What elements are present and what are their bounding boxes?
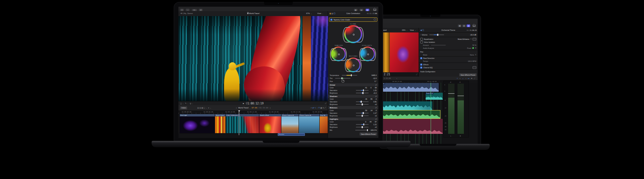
- birds-fx-clip[interactable]: Birds FX 02: [426, 93, 443, 100]
- beat-detection-checkbox[interactable]: ✓: [420, 57, 422, 59]
- reset-icon[interactable]: ↺: [375, 118, 377, 120]
- clip-first-light[interactable]: First Light: [179, 114, 215, 133]
- clip-day-1a[interactable]: Day 1A: [319, 114, 329, 133]
- browser-view-button[interactable]: ▦: [458, 24, 462, 27]
- timeline-project-select[interactable]: World Travel ⌄: [238, 107, 251, 109]
- timeline-right-icons[interactable]: ⊸⇄∿∩⊓▣⧉⤢: [310, 107, 326, 109]
- clip-iphone-capture-a-2[interactable]: iPhone Capture A: [299, 114, 320, 133]
- hue-knob[interactable]: [341, 80, 344, 83]
- shadows-color-row[interactable]: Color ↕36↕55↕0: [328, 98, 378, 100]
- meter-label-r: R: [460, 135, 461, 137]
- clip-warm-colors[interactable]: Warm Colors: [215, 114, 226, 133]
- tint-row[interactable]: Tint -12.0: [328, 77, 378, 80]
- back-view-select[interactable]: View ⌄: [410, 29, 416, 31]
- list-view-button[interactable]: ▤: [462, 24, 466, 27]
- save-effects-preset-button[interactable]: Save Effects Preset: [459, 73, 477, 76]
- reset-icon[interactable]: ↺: [375, 84, 377, 86]
- tint-slider[interactable]: [335, 78, 351, 79]
- shadows-section-header[interactable]: Shadows↺: [328, 95, 378, 98]
- channel-eq-curve-icon[interactable]: [473, 66, 476, 69]
- video-viewer: [178, 16, 328, 101]
- volume-slider[interactable]: [429, 34, 444, 35]
- play-icon[interactable]: ▶: [243, 102, 244, 104]
- narration-connected-clip[interactable]: Narration: [278, 133, 305, 136]
- viewer-view-select[interactable]: View ⌄: [317, 12, 323, 14]
- reset-icon[interactable]: ↺: [375, 107, 377, 109]
- voice-isolation-row[interactable]: Voice Isolation: [419, 40, 478, 43]
- midtones-color-wheel[interactable]: [346, 58, 361, 72]
- effects-checkbox[interactable]: ✓: [420, 64, 422, 66]
- mode-row[interactable]: Mode None⇕: [419, 53, 478, 56]
- save-effects-preset-button[interactable]: Save Effects Preset: [360, 132, 377, 136]
- equalization-row[interactable]: Equalization Music Enhance⇕: [419, 37, 478, 40]
- waveform: [383, 113, 440, 118]
- share-button[interactable]: [373, 8, 377, 11]
- volume-row[interactable]: ♪ Volume -16.0 dB: [419, 33, 478, 36]
- midtones-color-row[interactable]: Color ↕50↕14↕0: [328, 109, 378, 112]
- highlights-section-header[interactable]: Highlights↺: [328, 117, 378, 120]
- mix-row[interactable]: Mix 100.0 %: [328, 129, 378, 131]
- inspector-duration: 00:00:07:09: [367, 13, 377, 14]
- amount-slider[interactable]: [431, 45, 446, 46]
- global-color-row[interactable]: Color ↕61↕0↕58: [328, 86, 378, 89]
- global-brightness-row[interactable]: Brightness +0.2: [328, 92, 378, 94]
- audio-configuration-row[interactable]: Audio Configuration: [419, 70, 478, 73]
- back-viewer: [383, 32, 419, 72]
- audio-inspector-header: ◀ ⓘ Orchestral Theme 00:01:24:23: [419, 28, 478, 33]
- highlights-brightness-row[interactable]: Brightness +0: [328, 126, 378, 128]
- viewer-fullscreen-icon[interactable]: ⤢: [325, 102, 326, 105]
- global-color-wheel[interactable]: [344, 25, 362, 43]
- highlights-saturation-row[interactable]: Saturation 1.21: [328, 123, 378, 126]
- eq-thumbnail-icon[interactable]: [473, 38, 476, 40]
- back-zoom-select[interactable]: 29% ⌄: [402, 29, 408, 31]
- orange-curtain-art: [303, 16, 312, 101]
- beat-detection-row[interactable]: ✓ Beat Detection: [419, 57, 478, 60]
- global-section-header[interactable]: Global↺: [328, 83, 378, 86]
- meter-label-l: L: [450, 135, 451, 137]
- shadows-brightness-row[interactable]: Brightness +0: [328, 103, 378, 106]
- back-timeline-icons[interactable]: ⌗ ⊸ ↔ ∩ ⊷ ▣ ⤢: [457, 77, 476, 80]
- back-viewer-timecode: 2:21: [384, 73, 390, 76]
- temperature-row[interactable]: Temperature 6465.0: [328, 74, 378, 77]
- ambience-audio-clip[interactable]: [383, 101, 432, 110]
- voice-isolation-checkbox[interactable]: [420, 41, 423, 43]
- front-playhead[interactable]: [239, 110, 239, 135]
- midtones-section-header[interactable]: Midtones↺: [328, 106, 378, 109]
- effect-preset-dropdown[interactable]: ✓ Tapestry Color Grade⌄: [329, 17, 377, 22]
- shadows-color-wheel[interactable]: [331, 47, 346, 61]
- amount-row[interactable]: Amount 50 %: [419, 43, 478, 47]
- music-audio-clip-selected[interactable]: [383, 110, 440, 119]
- hue-row[interactable]: Hue 0 °: [328, 80, 378, 83]
- back-playhead[interactable]: [431, 83, 431, 145]
- global-saturation-row[interactable]: Saturation 1.31: [328, 89, 378, 92]
- midtones-brightness-row[interactable]: Brightness +0: [328, 114, 378, 117]
- viewer-zoom-select[interactable]: 67% ⌄: [306, 12, 312, 14]
- effect-checkbox[interactable]: ✓: [330, 19, 332, 21]
- effect-menu-icon[interactable]: [374, 18, 376, 21]
- front-notch: [264, 2, 293, 5]
- midtones-saturation-row[interactable]: Saturation 1.17: [328, 112, 378, 114]
- clip-swath-of-red[interactable]: Swath of Red: [259, 114, 282, 133]
- share-button[interactable]: [472, 24, 476, 27]
- equalization-checkbox[interactable]: [420, 38, 423, 40]
- channel-eq-row[interactable]: ✓ Channel EQ: [419, 66, 478, 69]
- back-timeline-toolbar: 1:33:09 › ⌗ ⊸ ↔ ∩ ⊷ ▣ ⤢: [383, 77, 478, 80]
- highlights-color-wheel[interactable]: [360, 47, 375, 61]
- previous-project-button[interactable]: ‹: [236, 107, 237, 109]
- temperature-slider[interactable]: [342, 75, 357, 76]
- back-viewer-video: [390, 32, 419, 72]
- shadows-saturation-row[interactable]: Saturation 0.81: [328, 100, 378, 103]
- drums-audio-clip[interactable]: [383, 119, 443, 134]
- reset-icon[interactable]: ↺: [375, 95, 377, 97]
- next-project-button[interactable]: ›: [396, 77, 397, 79]
- effects-row[interactable]: ✓ Effects: [419, 63, 478, 66]
- clip-iphone-capture-a-1[interactable]: iPhone Capture A: [281, 114, 299, 133]
- next-project-button[interactable]: ›: [270, 107, 270, 109]
- highlights-color-row[interactable]: Color ↕0↕44↕57: [328, 120, 378, 123]
- fullscreen-icon[interactable]: ⤢: [416, 73, 417, 76]
- channel-eq-checkbox[interactable]: ✓: [420, 67, 422, 69]
- clip-color-celebration[interactable]: Color Celebration: [225, 114, 260, 133]
- inspector-toggle-button[interactable]: ▥: [467, 24, 470, 27]
- analysis-tool-icon[interactable]: ⚒: [475, 47, 476, 49]
- waveform: [383, 128, 443, 134]
